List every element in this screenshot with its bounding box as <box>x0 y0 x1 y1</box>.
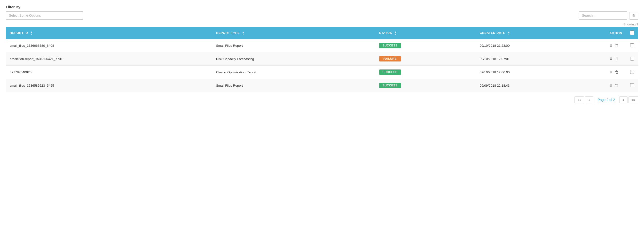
cell-action: ⬇ 🗑 <box>606 66 626 79</box>
delete-icon[interactable]: 🗑 <box>615 83 619 88</box>
showing-count: Showing:9 <box>6 22 638 26</box>
download-icon[interactable]: ⬇ <box>609 70 612 75</box>
cell-created-date: 09/10/2018 12:07:01 <box>476 52 606 66</box>
action-icons: ⬇ 🗑 <box>609 83 622 88</box>
th-report-type-label: REPORT TYPE <box>216 31 240 35</box>
table-row: small_files_1536668580_8408 Small Files … <box>6 39 638 52</box>
th-status-label: STATUS <box>379 31 392 35</box>
delete-icon[interactable]: 🗑 <box>615 57 619 61</box>
cell-report-type: Small Files Report <box>212 79 375 92</box>
bulk-delete-button[interactable]: 🗑 <box>629 12 638 20</box>
last-page-button[interactable]: »» <box>628 96 638 103</box>
table-header-row: REPORT ID ▲ ▼ REPORT TYPE ▲ ▼ STATUS <box>6 27 638 39</box>
next-page-button[interactable]: » <box>619 96 627 103</box>
action-icons: ⬇ 🗑 <box>609 70 622 75</box>
cell-report-id: 527787640625 <box>6 66 212 79</box>
th-report-id[interactable]: REPORT ID ▲ ▼ <box>6 27 212 39</box>
prev-page-icon: « <box>588 98 590 102</box>
row-checkbox[interactable] <box>630 70 634 74</box>
filter-row: 🗑 <box>6 11 638 20</box>
sort-status-icon: ▲ ▼ <box>394 31 396 35</box>
cell-status: SUCCESS <box>375 66 476 79</box>
action-icons: ⬇ 🗑 <box>609 43 622 48</box>
action-icons: ⬇ 🗑 <box>609 57 622 61</box>
sort-down-icon: ▼ <box>508 33 510 35</box>
select-all-checkbox[interactable] <box>630 30 634 35</box>
download-icon[interactable]: ⬇ <box>609 43 612 48</box>
sort-down-icon: ▼ <box>394 33 396 35</box>
page-info: Page 2 of 2 <box>594 96 618 103</box>
cell-report-id: prediction-report_1536606421_7731 <box>6 52 212 66</box>
th-report-type[interactable]: REPORT TYPE ▲ ▼ <box>212 27 375 39</box>
filter-input[interactable] <box>6 11 83 20</box>
sort-down-icon: ▼ <box>242 33 244 35</box>
sort-created-date-icon: ▲ ▼ <box>508 31 510 35</box>
th-checkbox[interactable] <box>626 27 638 39</box>
th-created-date[interactable]: CREATED DATE ▲ ▼ <box>476 27 606 39</box>
pagination-row: «« « Page 2 of 2 » »» <box>6 92 638 104</box>
th-status[interactable]: STATUS ▲ ▼ <box>375 27 476 39</box>
cell-checkbox[interactable] <box>626 39 638 52</box>
cell-checkbox[interactable] <box>626 66 638 79</box>
download-icon[interactable]: ⬇ <box>609 83 612 88</box>
th-action: ACTION <box>606 27 626 39</box>
filter-label: Filter By <box>6 5 638 9</box>
page-container: Filter By 🗑 Showing:9 REPORT ID ▲ ▼ <box>0 0 644 228</box>
status-badge: SUCCESS <box>379 83 401 88</box>
download-icon[interactable]: ⬇ <box>609 57 612 61</box>
sort-report-type-icon: ▲ ▼ <box>242 31 244 35</box>
row-checkbox[interactable] <box>630 83 634 87</box>
prev-page-button[interactable]: « <box>585 96 593 103</box>
cell-report-id: small_files_1536668580_8408 <box>6 39 212 52</box>
sort-report-id-icon: ▲ ▼ <box>30 31 32 35</box>
table-row: small_files_1536585523_5465 Small Files … <box>6 79 638 92</box>
cell-status: SUCCESS <box>375 79 476 92</box>
table-body: small_files_1536668580_8408 Small Files … <box>6 39 638 92</box>
table-row: 527787640625 Cluster Optimization Report… <box>6 66 638 79</box>
sort-down-icon: ▼ <box>30 33 32 35</box>
table-row: prediction-report_1536606421_7731 Disk C… <box>6 52 638 66</box>
first-page-icon: «« <box>578 98 581 102</box>
row-checkbox[interactable] <box>630 57 634 60</box>
status-badge: SUCCESS <box>379 69 401 75</box>
cell-report-type: Small Files Report <box>212 39 375 52</box>
cell-status: SUCCESS <box>375 39 476 52</box>
cell-created-date: 09/10/2018 21:23:00 <box>476 39 606 52</box>
cell-action: ⬇ 🗑 <box>606 79 626 92</box>
reports-table: REPORT ID ▲ ▼ REPORT TYPE ▲ ▼ STATUS <box>6 27 638 92</box>
delete-icon[interactable]: 🗑 <box>615 70 619 74</box>
next-page-icon: » <box>622 98 624 102</box>
cell-created-date: 09/09/2018 22:18:43 <box>476 79 606 92</box>
search-input[interactable] <box>579 11 627 20</box>
cell-report-id: small_files_1536585523_5465 <box>6 79 212 92</box>
last-page-icon: »» <box>632 98 635 102</box>
status-badge: FAILURE <box>379 56 401 61</box>
first-page-button[interactable]: «« <box>574 96 584 103</box>
status-badge: SUCCESS <box>379 43 401 48</box>
cell-status: FAILURE <box>375 52 476 66</box>
row-checkbox[interactable] <box>630 43 634 47</box>
th-action-label: ACTION <box>609 31 622 35</box>
cell-report-type: Cluster Optimization Report <box>212 66 375 79</box>
cell-checkbox[interactable] <box>626 52 638 66</box>
cell-action: ⬇ 🗑 <box>606 39 626 52</box>
trash-icon: 🗑 <box>632 13 636 18</box>
cell-report-type: Disk Capacity Forecasting <box>212 52 375 66</box>
cell-created-date: 09/10/2018 12:06:00 <box>476 66 606 79</box>
delete-icon[interactable]: 🗑 <box>615 43 619 48</box>
cell-action: ⬇ 🗑 <box>606 52 626 66</box>
th-created-date-label: CREATED DATE <box>480 31 506 35</box>
right-controls: 🗑 <box>579 11 638 20</box>
th-report-id-label: REPORT ID <box>10 31 28 35</box>
cell-checkbox[interactable] <box>626 79 638 92</box>
